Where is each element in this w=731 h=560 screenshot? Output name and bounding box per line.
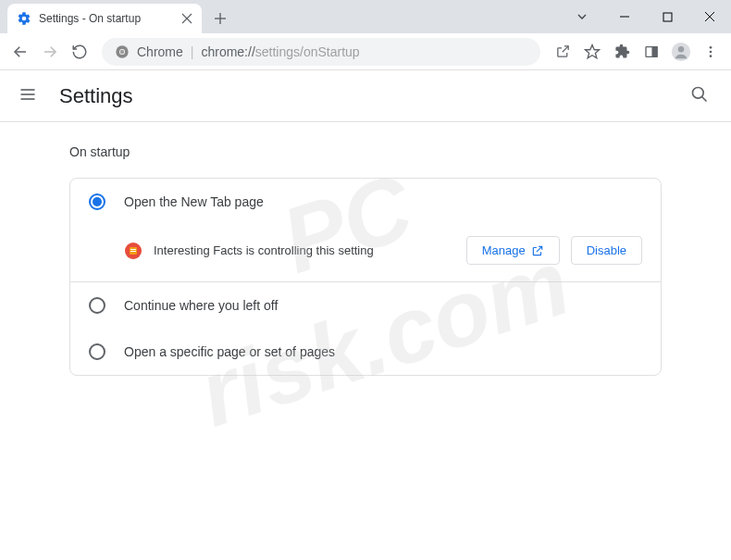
radio-option-specific-pages[interactable]: Open a specific page or set of pages <box>70 329 661 375</box>
omnibox-separator: | <box>191 44 194 59</box>
chevron-down-icon[interactable] <box>561 0 603 33</box>
reload-button[interactable] <box>67 39 93 65</box>
back-button[interactable] <box>7 39 33 65</box>
extension-notice: Interesting Facts is controlling this se… <box>70 225 661 282</box>
radio-option-continue[interactable]: Continue where you left off <box>70 282 661 329</box>
chrome-icon <box>115 44 130 59</box>
svg-rect-16 <box>652 46 657 56</box>
radio-label: Open the New Tab page <box>124 194 264 209</box>
extensions-icon[interactable] <box>609 39 635 65</box>
radio-icon <box>89 193 105 210</box>
startup-options-card: Open the New Tab page Interesting Facts … <box>69 178 662 376</box>
gear-icon <box>17 11 31 26</box>
share-icon[interactable] <box>550 39 576 65</box>
close-window-button[interactable] <box>688 0 731 33</box>
settings-header: Settings <box>0 70 731 122</box>
svg-marker-13 <box>586 44 600 57</box>
browser-toolbar: Chrome | chrome://settings/onStartup <box>0 33 731 70</box>
extension-icon <box>124 242 142 260</box>
page-title: Settings <box>59 84 133 108</box>
extension-notice-text: Interesting Facts is controlling this se… <box>154 243 455 257</box>
scheme-label: Chrome <box>137 44 183 59</box>
tab-title: Settings - On startup <box>39 12 174 25</box>
url-display: chrome://settings/onStartup <box>201 44 359 59</box>
radio-icon <box>89 297 105 314</box>
svg-point-18 <box>678 46 684 52</box>
profile-icon[interactable] <box>668 39 694 65</box>
svg-point-19 <box>710 46 712 49</box>
svg-point-12 <box>120 49 125 54</box>
window-controls <box>561 0 731 33</box>
svg-rect-30 <box>130 251 136 252</box>
settings-content: On startup Open the New Tab page Interes… <box>32 122 699 398</box>
svg-point-21 <box>710 55 712 57</box>
svg-rect-5 <box>663 13 672 21</box>
section-title: On startup <box>69 144 662 159</box>
bookmark-icon[interactable] <box>579 39 605 65</box>
hamburger-menu-button[interactable] <box>19 85 41 107</box>
svg-point-25 <box>693 87 704 98</box>
svg-line-26 <box>702 96 707 101</box>
browser-tab[interactable]: Settings - On startup <box>7 4 202 33</box>
address-bar[interactable]: Chrome | chrome://settings/onStartup <box>102 38 540 66</box>
svg-point-20 <box>710 50 712 53</box>
forward-button[interactable] <box>37 39 63 65</box>
new-tab-button[interactable] <box>207 6 233 31</box>
close-tab-icon[interactable] <box>181 13 192 24</box>
maximize-button[interactable] <box>646 0 688 33</box>
radio-label: Continue where you left off <box>124 298 278 313</box>
manage-button[interactable]: Manage <box>466 236 560 265</box>
window-titlebar: Settings - On startup <box>0 0 731 33</box>
radio-icon <box>89 343 105 360</box>
sidepanel-icon[interactable] <box>638 39 664 65</box>
search-settings-button[interactable] <box>690 85 712 107</box>
menu-icon[interactable] <box>698 39 724 65</box>
minimize-button[interactable] <box>603 0 646 33</box>
svg-rect-29 <box>130 249 136 250</box>
disable-button[interactable]: Disable <box>571 236 642 265</box>
radio-label: Open a specific page or set of pages <box>124 344 335 359</box>
radio-option-new-tab[interactable]: Open the New Tab page <box>70 179 661 225</box>
